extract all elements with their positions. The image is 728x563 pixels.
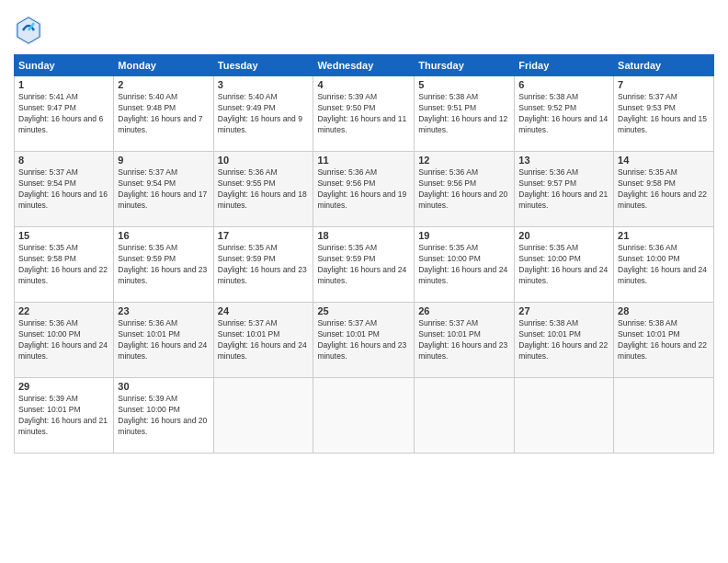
week-row-5: 29 Sunrise: 5:39 AM Sunset: 10:01 PM Day… (15, 378, 714, 454)
calendar-body: 1 Sunrise: 5:41 AM Sunset: 9:47 PM Dayli… (15, 76, 714, 454)
day-header-thursday: Thursday (415, 55, 515, 76)
day-info: Sunrise: 5:37 AM Sunset: 9:53 PM Dayligh… (618, 92, 710, 136)
day-number: 7 (618, 79, 710, 90)
day-number: 28 (618, 305, 710, 316)
day-info: Sunrise: 5:35 AM Sunset: 10:00 PM Daylig… (518, 243, 609, 287)
day-number: 29 (18, 381, 109, 392)
day-info: Sunrise: 5:37 AM Sunset: 9:54 PM Dayligh… (118, 167, 209, 212)
day-number: 1 (18, 79, 109, 90)
day-number: 27 (518, 305, 609, 316)
calendar: SundayMondayTuesdayWednesdayThursdayFrid… (14, 54, 714, 454)
day-cell: 1 Sunrise: 5:41 AM Sunset: 9:47 PM Dayli… (15, 76, 114, 152)
day-info: Sunrise: 5:38 AM Sunset: 9:52 PM Dayligh… (518, 92, 609, 136)
day-number: 9 (118, 155, 209, 166)
day-number: 16 (118, 230, 209, 241)
day-info: Sunrise: 5:35 AM Sunset: 9:59 PM Dayligh… (118, 243, 209, 287)
day-cell: 22 Sunrise: 5:36 AM Sunset: 10:00 PM Day… (15, 303, 114, 378)
day-cell (313, 378, 415, 454)
week-row-3: 15 Sunrise: 5:35 AM Sunset: 9:58 PM Dayl… (15, 227, 714, 303)
day-info: Sunrise: 5:38 AM Sunset: 10:01 PM Daylig… (618, 318, 710, 362)
day-cell: 2 Sunrise: 5:40 AM Sunset: 9:48 PM Dayli… (114, 76, 213, 152)
day-cell: 26 Sunrise: 5:37 AM Sunset: 10:01 PM Day… (415, 303, 515, 378)
day-number: 30 (118, 381, 209, 392)
day-info: Sunrise: 5:36 AM Sunset: 9:55 PM Dayligh… (218, 167, 310, 212)
day-cell: 6 Sunrise: 5:38 AM Sunset: 9:52 PM Dayli… (515, 76, 614, 152)
day-info: Sunrise: 5:36 AM Sunset: 10:00 PM Daylig… (618, 243, 710, 287)
day-cell: 12 Sunrise: 5:36 AM Sunset: 9:56 PM Dayl… (415, 152, 515, 227)
day-cell: 4 Sunrise: 5:39 AM Sunset: 9:50 PM Dayli… (313, 76, 415, 152)
day-cell: 15 Sunrise: 5:35 AM Sunset: 9:58 PM Dayl… (15, 227, 114, 303)
day-cell: 17 Sunrise: 5:35 AM Sunset: 9:59 PM Dayl… (213, 227, 313, 303)
week-row-4: 22 Sunrise: 5:36 AM Sunset: 10:00 PM Day… (15, 303, 714, 378)
day-number: 17 (218, 230, 310, 241)
day-info: Sunrise: 5:41 AM Sunset: 9:47 PM Dayligh… (18, 92, 109, 136)
day-number: 11 (317, 155, 410, 166)
day-cell: 28 Sunrise: 5:38 AM Sunset: 10:01 PM Day… (614, 303, 714, 378)
day-info: Sunrise: 5:36 AM Sunset: 9:56 PM Dayligh… (418, 167, 510, 212)
day-info: Sunrise: 5:35 AM Sunset: 10:00 PM Daylig… (418, 243, 510, 287)
day-info: Sunrise: 5:37 AM Sunset: 9:54 PM Dayligh… (18, 167, 109, 212)
day-number: 24 (218, 305, 310, 316)
day-number: 23 (118, 305, 209, 316)
day-number: 8 (18, 155, 109, 166)
day-info: Sunrise: 5:36 AM Sunset: 9:57 PM Dayligh… (518, 167, 609, 212)
day-cell: 7 Sunrise: 5:37 AM Sunset: 9:53 PM Dayli… (614, 76, 714, 152)
day-header-saturday: Saturday (614, 55, 714, 76)
day-cell: 14 Sunrise: 5:35 AM Sunset: 9:58 PM Dayl… (614, 152, 714, 227)
day-info: Sunrise: 5:39 AM Sunset: 10:00 PM Daylig… (118, 394, 209, 438)
day-number: 3 (218, 79, 310, 90)
day-cell: 18 Sunrise: 5:35 AM Sunset: 9:59 PM Dayl… (313, 227, 415, 303)
day-number: 5 (418, 79, 510, 90)
day-number: 22 (18, 305, 109, 316)
day-number: 13 (518, 155, 609, 166)
day-info: Sunrise: 5:37 AM Sunset: 10:01 PM Daylig… (317, 318, 410, 362)
day-header-wednesday: Wednesday (313, 55, 415, 76)
day-cell: 25 Sunrise: 5:37 AM Sunset: 10:01 PM Day… (313, 303, 415, 378)
day-cell: 29 Sunrise: 5:39 AM Sunset: 10:01 PM Day… (15, 378, 114, 454)
day-cell (614, 378, 714, 454)
day-info: Sunrise: 5:39 AM Sunset: 10:01 PM Daylig… (18, 394, 109, 438)
day-number: 2 (118, 79, 209, 90)
day-info: Sunrise: 5:35 AM Sunset: 9:58 PM Dayligh… (18, 243, 109, 287)
day-cell: 11 Sunrise: 5:36 AM Sunset: 9:56 PM Dayl… (313, 152, 415, 227)
day-cell: 3 Sunrise: 5:40 AM Sunset: 9:49 PM Dayli… (213, 76, 313, 152)
day-number: 25 (317, 305, 410, 316)
day-cell: 13 Sunrise: 5:36 AM Sunset: 9:57 PM Dayl… (515, 152, 614, 227)
day-cell: 23 Sunrise: 5:36 AM Sunset: 10:01 PM Day… (114, 303, 213, 378)
day-info: Sunrise: 5:39 AM Sunset: 9:50 PM Dayligh… (317, 92, 410, 136)
day-header-sunday: Sunday (15, 55, 114, 76)
week-row-2: 8 Sunrise: 5:37 AM Sunset: 9:54 PM Dayli… (15, 152, 714, 227)
day-info: Sunrise: 5:35 AM Sunset: 9:58 PM Dayligh… (618, 167, 710, 212)
day-cell: 8 Sunrise: 5:37 AM Sunset: 9:54 PM Dayli… (15, 152, 114, 227)
day-info: Sunrise: 5:35 AM Sunset: 9:59 PM Dayligh… (317, 243, 410, 287)
day-info: Sunrise: 5:38 AM Sunset: 9:51 PM Dayligh… (418, 92, 510, 136)
day-info: Sunrise: 5:37 AM Sunset: 10:01 PM Daylig… (218, 318, 310, 362)
day-number: 10 (218, 155, 310, 166)
week-row-1: 1 Sunrise: 5:41 AM Sunset: 9:47 PM Dayli… (15, 76, 714, 152)
day-number: 26 (418, 305, 510, 316)
calendar-header-row: SundayMondayTuesdayWednesdayThursdayFrid… (15, 55, 714, 76)
day-info: Sunrise: 5:40 AM Sunset: 9:49 PM Dayligh… (218, 92, 310, 136)
day-info: Sunrise: 5:35 AM Sunset: 9:59 PM Dayligh… (218, 243, 310, 287)
day-cell: 21 Sunrise: 5:36 AM Sunset: 10:00 PM Day… (614, 227, 714, 303)
day-header-tuesday: Tuesday (213, 55, 313, 76)
day-info: Sunrise: 5:36 AM Sunset: 10:01 PM Daylig… (118, 318, 209, 362)
day-cell: 16 Sunrise: 5:35 AM Sunset: 9:59 PM Dayl… (114, 227, 213, 303)
day-number: 14 (618, 155, 710, 166)
day-number: 18 (317, 230, 410, 241)
day-number: 4 (317, 79, 410, 90)
day-cell: 9 Sunrise: 5:37 AM Sunset: 9:54 PM Dayli… (114, 152, 213, 227)
day-cell: 5 Sunrise: 5:38 AM Sunset: 9:51 PM Dayli… (415, 76, 515, 152)
day-info: Sunrise: 5:36 AM Sunset: 10:00 PM Daylig… (18, 318, 109, 362)
day-number: 12 (418, 155, 510, 166)
logo-icon (14, 14, 43, 47)
day-info: Sunrise: 5:38 AM Sunset: 10:01 PM Daylig… (518, 318, 609, 362)
day-cell (515, 378, 614, 454)
day-number: 15 (18, 230, 109, 241)
day-cell (415, 378, 515, 454)
day-cell: 30 Sunrise: 5:39 AM Sunset: 10:00 PM Day… (114, 378, 213, 454)
day-number: 21 (618, 230, 710, 241)
day-info: Sunrise: 5:37 AM Sunset: 10:01 PM Daylig… (418, 318, 510, 362)
day-cell: 19 Sunrise: 5:35 AM Sunset: 10:00 PM Day… (415, 227, 515, 303)
day-cell: 27 Sunrise: 5:38 AM Sunset: 10:01 PM Day… (515, 303, 614, 378)
